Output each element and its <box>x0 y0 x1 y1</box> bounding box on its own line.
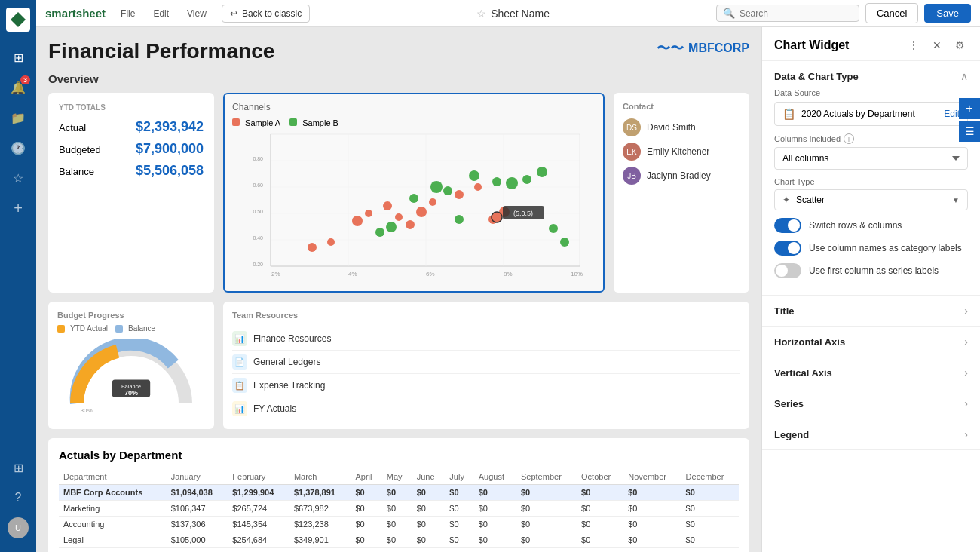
use-col-names-toggle[interactable] <box>774 241 801 256</box>
nav-edit[interactable]: Edit <box>150 7 172 20</box>
corp-logo-text: MBFCORP <box>688 41 749 55</box>
svg-point-28 <box>443 186 452 195</box>
back-classic-icon: ↩ <box>230 8 237 19</box>
svg-point-11 <box>308 243 317 252</box>
svg-text:30%: 30% <box>81 407 93 414</box>
sidebar-item-home[interactable]: ⊞ <box>5 44 32 71</box>
app-logo[interactable] <box>6 8 30 32</box>
ytd-actual-value: $2,393,942 <box>136 119 204 135</box>
sidebar-item-grid[interactable]: ⊞ <box>5 454 32 481</box>
sidebar-item-folders[interactable]: 📁 <box>5 104 32 131</box>
team-item-3-icon: 📊 <box>232 401 247 416</box>
use-first-col-row: Use first column as series labels <box>774 263 968 278</box>
panel-format-button[interactable]: ☰ <box>959 121 980 142</box>
svg-text:0.60: 0.60 <box>253 182 263 188</box>
accordion-vertical-axis-label: Vertical Axis <box>774 367 832 379</box>
accordion-vertical-axis-chevron-icon: › <box>964 366 968 379</box>
accordion-title-chevron-icon: › <box>964 305 968 317</box>
data-chart-type-header[interactable]: Data & Chart Type ∧ <box>774 70 968 82</box>
svg-text:8%: 8% <box>504 271 513 278</box>
col-aug: August <box>474 469 516 485</box>
nav-file[interactable]: File <box>118 7 138 20</box>
corp-logo: 〜〜 MBFCORP <box>657 39 749 57</box>
col-mar: March <box>289 469 351 485</box>
svg-point-36 <box>560 238 569 247</box>
cell-apr-2: $0 <box>351 517 381 532</box>
save-button[interactable]: Save <box>924 4 971 23</box>
chart-type-selector[interactable]: ✦ Scatter ▼ <box>774 189 968 210</box>
sidebar-item-user[interactable]: U <box>5 514 32 541</box>
ytd-title: YTD Totals <box>59 103 204 112</box>
ytd-row-actual: Actual $2,393,942 <box>59 119 204 135</box>
ytd-card: YTD Totals Actual $2,393,942 Budgeted $7… <box>48 93 214 293</box>
topbar-right: 🔍 Cancel Save <box>716 3 971 23</box>
sidebar-item-help[interactable]: ? <box>5 484 32 511</box>
cell-nov-2: $0 <box>623 517 681 532</box>
cell-jul-0: $0 <box>445 485 473 501</box>
cell-dec-1: $0 <box>681 501 739 517</box>
accordion-legend-chevron-icon: › <box>964 428 968 440</box>
columns-included-select[interactable]: All columns <box>774 147 968 170</box>
channels-card: Channels Sample A Sample B <box>223 93 605 293</box>
panel-side-tools: + ☰ <box>959 98 980 142</box>
cell-jun-1: $0 <box>412 501 446 517</box>
cell-apr-0: $0 <box>351 485 381 501</box>
contact-title: Contact <box>623 102 740 111</box>
col-feb: February <box>228 469 289 485</box>
cell-feb-3: $254,684 <box>228 532 289 548</box>
cancel-button[interactable]: Cancel <box>865 3 918 23</box>
use-first-col-toggle[interactable] <box>774 263 801 278</box>
cell-aug-2: $0 <box>474 517 516 532</box>
app-name: smartsheet <box>45 7 106 20</box>
col-jul: July <box>445 469 473 485</box>
switch-rows-cols-toggle[interactable] <box>774 218 801 233</box>
team-item-2[interactable]: 📋 Expense Tracking <box>232 374 740 397</box>
sidebar-item-notifications[interactable]: 🔔 3 <box>5 74 32 101</box>
panel-close-button[interactable]: ✕ <box>929 38 945 53</box>
dashboard-row-1: YTD Totals Actual $2,393,942 Budgeted $7… <box>48 93 749 293</box>
svg-text:(5,0.5): (5,0.5) <box>513 210 533 217</box>
sidebar-item-add[interactable]: + <box>5 195 32 222</box>
back-classic-button[interactable]: ↩ Back to classic <box>222 5 310 23</box>
cell-dept-1: Marketing <box>59 501 167 517</box>
svg-text:70%: 70% <box>124 389 138 397</box>
panel-more-button[interactable]: ⋮ <box>905 38 922 53</box>
actuals-table: Department January February March April … <box>59 469 739 548</box>
accordion-series[interactable]: Series › <box>762 388 980 419</box>
sidebar-item-history[interactable]: 🕐 <box>5 134 32 161</box>
table-row: Marketing $106,347 $265,724 $673,982 $0 … <box>59 501 739 517</box>
accordion-vertical-axis[interactable]: Vertical Axis › <box>762 357 980 388</box>
cell-sep-3: $0 <box>516 532 577 548</box>
svg-point-13 <box>352 216 363 226</box>
ytd-budgeted-label: Budgeted <box>59 144 101 155</box>
table-header-row: Department January February March April … <box>59 469 739 485</box>
ytd-actual-label: Actual <box>59 122 86 133</box>
accordion-horizontal-axis[interactable]: Horizontal Axis › <box>762 327 980 357</box>
contact-name-1: Emily Kitchener <box>647 146 709 157</box>
user-avatar: U <box>8 517 29 538</box>
panel-settings-button[interactable]: ⚙ <box>952 38 968 53</box>
sheet-name-star-icon[interactable]: ☆ <box>476 8 486 20</box>
team-item-0[interactable]: 📊 Finance Resources <box>232 327 740 351</box>
dashboard-title: Financial Performance <box>48 39 274 63</box>
team-item-1[interactable]: 📄 General Ledgers <box>232 351 740 374</box>
team-item-1-icon: 📄 <box>232 354 247 370</box>
table-row: Legal $105,000 $254,684 $349,901 $0 $0 $… <box>59 532 739 548</box>
svg-point-24 <box>375 228 384 237</box>
gauge-chart: Balance 70% 30% <box>63 339 199 414</box>
svg-text:0.50: 0.50 <box>253 209 263 214</box>
team-item-3[interactable]: 📊 FY Actuals <box>232 397 740 420</box>
panel-add-button[interactable]: + <box>959 98 980 119</box>
table-row: MBF Corp Accounts $1,094,038 $1,299,904 … <box>59 485 739 501</box>
cell-may-0: $0 <box>382 485 412 501</box>
sidebar-item-favorites[interactable]: ☆ <box>5 164 32 192</box>
accordion-title[interactable]: Title › <box>762 296 980 327</box>
svg-point-18 <box>416 207 427 217</box>
nav-view[interactable]: View <box>184 7 210 20</box>
sheet-name[interactable]: Sheet Name <box>491 8 550 20</box>
accordion-legend[interactable]: Legend › <box>762 419 980 450</box>
search-input[interactable] <box>740 8 853 19</box>
columns-included-label: Columns Included i <box>774 133 968 144</box>
edit-data-source-button[interactable]: Edit <box>944 109 960 119</box>
budget-legend-actual: YTD Actual <box>57 324 108 333</box>
